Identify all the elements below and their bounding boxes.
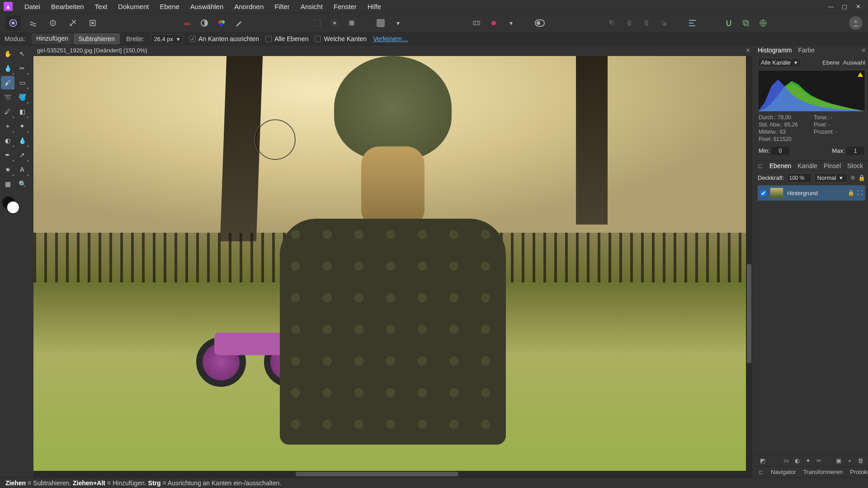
delete-layer-icon[interactable]: 🗑 — [856, 457, 864, 465]
arrange-front-icon[interactable] — [656, 16, 671, 30]
selection-brush-tool-icon[interactable]: 🖌 — [1, 76, 14, 89]
quickmask-dropdown-icon[interactable]: ▾ — [391, 16, 405, 30]
freehand-tool-icon[interactable]: ➰ — [1, 90, 14, 104]
all-layers-checkbox[interactable]: Alle Ebenen — [265, 35, 309, 42]
canvas[interactable] — [33, 56, 752, 477]
horizontal-scrollbar[interactable] — [33, 471, 746, 477]
tab-stock[interactable]: Stock — [847, 162, 863, 169]
smudge-tool-icon[interactable]: 💧 — [15, 134, 29, 147]
crop-layer-icon[interactable]: ✂ — [815, 457, 823, 465]
menu-auswaehlen[interactable]: Auswählen — [185, 1, 229, 12]
menu-ansicht[interactable]: Ansicht — [295, 1, 328, 12]
menu-hilfe[interactable]: Hilfe — [362, 1, 387, 12]
move-tool-icon[interactable]: ↖ — [15, 47, 29, 61]
selection-none-icon[interactable] — [310, 16, 325, 30]
menu-filter[interactable]: Filter — [269, 1, 295, 12]
menu-ebene[interactable]: Ebene — [154, 1, 184, 12]
snap-edges-checkbox[interactable]: ✓An Kanten ausrichten — [189, 35, 259, 42]
paint-brush-tool-icon[interactable]: 🖊 — [1, 105, 14, 118]
close-tab-icon[interactable]: ✕ — [745, 47, 750, 54]
node-tool-icon[interactable]: ↗ — [15, 148, 29, 162]
tab-color[interactable]: Farbe — [798, 47, 815, 54]
document-tab[interactable]: girl-535251_1920.jpg [Geändert] (150,0%)… — [32, 45, 755, 55]
layer-visibility-checkbox[interactable] — [760, 190, 766, 196]
adj-icon[interactable]: ◐ — [793, 457, 801, 465]
tab-ebenen[interactable]: Ebenen — [769, 162, 791, 169]
color-swatch[interactable] — [1, 195, 21, 215]
menu-anordnen[interactable]: Anordnen — [229, 1, 269, 12]
mask-icon[interactable]: ◩ — [759, 457, 767, 465]
assistant-icon[interactable] — [486, 16, 501, 30]
erase-tool-icon[interactable]: ◧ — [15, 105, 29, 118]
histo-selection-button[interactable]: Auswahl — [843, 59, 865, 66]
channel-select[interactable]: Alle Kanäle▾ — [758, 58, 801, 67]
text-tool-icon[interactable]: A — [15, 163, 29, 176]
clone-tool-icon[interactable]: ⌖ — [1, 119, 14, 133]
toolbar-autolevels-icon[interactable] — [180, 16, 194, 30]
menu-text[interactable]: Text — [90, 1, 113, 12]
toolbar-autocolors-icon[interactable] — [214, 16, 229, 30]
histo-layer-button[interactable]: Ebene — [822, 59, 840, 66]
layer-link-icon[interactable]: ⛶ — [857, 190, 863, 196]
menu-datei[interactable]: Datei — [19, 1, 46, 12]
refine-button[interactable]: Verfeinern… — [373, 35, 408, 42]
tab-transform[interactable]: Transformieren — [803, 469, 843, 475]
add-layer-icon[interactable]: ＋ — [845, 457, 854, 465]
snap-copy-icon[interactable] — [739, 16, 753, 30]
inpaint-tool-icon[interactable]: ✦ — [15, 119, 29, 133]
arrange-backward-icon[interactable] — [622, 16, 637, 30]
layer-row[interactable]: Hintergrund 🔒⛶ — [758, 185, 865, 201]
toolbar-autowb-icon[interactable] — [231, 16, 246, 30]
view-tool-icon[interactable]: ✋ — [1, 47, 14, 61]
persona-liquify-icon[interactable] — [25, 15, 41, 31]
layer-lock-icon[interactable]: 🔒 — [858, 174, 865, 181]
vertical-scrollbar[interactable] — [746, 56, 752, 477]
assistant-dropdown-icon[interactable]: ▾ — [504, 16, 518, 30]
menu-dokument[interactable]: Dokument — [113, 1, 154, 12]
persona-export-icon[interactable] — [85, 15, 100, 31]
front-color-icon[interactable] — [6, 201, 20, 214]
zoom-tool-icon[interactable]: 🔍 — [15, 177, 29, 191]
pin-icon[interactable]: ⊏ — [758, 162, 763, 169]
group-icon[interactable]: ▣ — [835, 457, 843, 465]
snap-toggle-icon[interactable] — [722, 16, 736, 30]
live-icon[interactable]: ✦ — [804, 457, 812, 465]
max-input[interactable] — [846, 147, 864, 155]
persona-photo-icon[interactable] — [5, 15, 21, 31]
marquee-tool-icon[interactable]: ▭ — [15, 76, 29, 89]
mode-add-button[interactable]: Hinzufügen — [32, 33, 73, 44]
opacity-input[interactable] — [787, 174, 811, 183]
arrange-forward-icon[interactable] — [639, 16, 654, 30]
pin2-icon[interactable]: ⊏ — [759, 469, 764, 475]
arrange-back-icon[interactable] — [605, 16, 619, 30]
mode-subtract-button[interactable]: Subtrahieren — [74, 33, 120, 44]
crop-tool-icon[interactable]: ✂ — [15, 61, 29, 75]
persona-develop-icon[interactable] — [45, 15, 61, 31]
tab-navigator[interactable]: Navigator — [771, 469, 796, 475]
blendmode-select[interactable]: Normal▾ — [814, 173, 848, 183]
window-minimize-icon[interactable]: ― — [825, 2, 837, 11]
quickmask-icon[interactable] — [373, 16, 388, 30]
menu-bearbeiten[interactable]: Bearbeiten — [46, 1, 90, 12]
pen-tool-icon[interactable]: ✒ — [1, 148, 14, 162]
window-restore-icon[interactable]: ▢ — [838, 2, 851, 11]
min-input[interactable] — [771, 147, 789, 155]
panel-menu-icon[interactable]: ≡ — [862, 47, 865, 54]
flood-tool-icon[interactable]: 🪣 — [15, 90, 29, 104]
layer-fx-icon[interactable]: ✲ — [850, 174, 855, 181]
tab-pinsel[interactable]: Pinsel — [824, 162, 841, 169]
toolbar-autocontrast-icon[interactable] — [197, 16, 212, 30]
selection-all-icon[interactable] — [344, 16, 359, 30]
selection-mid-icon[interactable] — [327, 16, 342, 30]
dodge-tool-icon[interactable]: ◐ — [1, 134, 14, 147]
snap-globe-icon[interactable] — [756, 16, 770, 30]
toggle-ui-icon[interactable] — [533, 16, 547, 30]
layer-lock-small-icon[interactable]: 🔒 — [848, 190, 854, 196]
account-avatar-icon[interactable] — [849, 16, 863, 30]
align-icon[interactable] — [685, 16, 700, 30]
fx-icon[interactable]: ▭ — [782, 457, 790, 465]
soft-edges-checkbox[interactable]: Weiche Kanten — [315, 35, 367, 42]
tab-protokoll[interactable]: Protokoll — [850, 469, 868, 475]
persona-tonemap-icon[interactable] — [65, 15, 80, 31]
width-input[interactable]: 26,4 px▾ — [151, 34, 183, 44]
